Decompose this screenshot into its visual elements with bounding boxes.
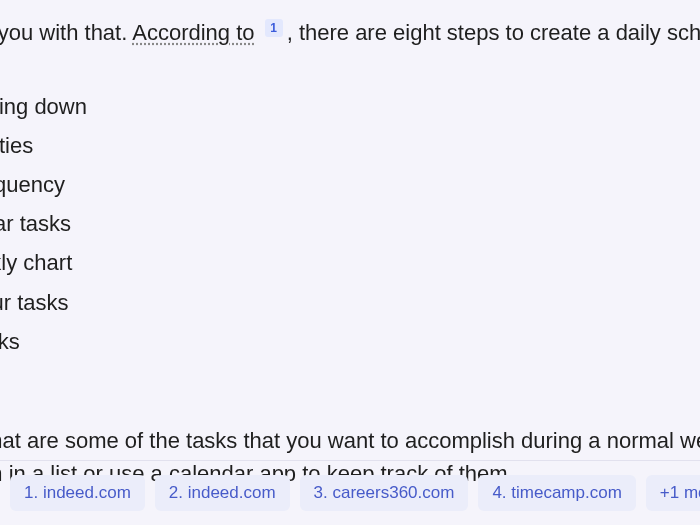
- intro-text: help you with that. According to 1, ther…: [0, 18, 700, 49]
- source-link-phrase[interactable]: According to: [132, 20, 254, 45]
- response-body: help you with that. According to 1, ther…: [0, 0, 700, 490]
- citation-badge[interactable]: 1: [265, 19, 283, 37]
- list-item: erything down: [0, 87, 700, 126]
- list-item: weekly chart: [0, 243, 700, 282]
- steps-list: erything down priorities e frequency sim…: [0, 87, 700, 400]
- source-chip[interactable]: 3. careers360.com: [300, 475, 469, 511]
- intro-prefix: help you with that.: [0, 20, 132, 45]
- sources-bar: 1. indeed.com 2. indeed.com 3. careers36…: [0, 460, 700, 511]
- source-chip[interactable]: 4. timecamp.com: [478, 475, 635, 511]
- source-chip-more[interactable]: +1 more: [646, 475, 700, 511]
- source-chip[interactable]: 2. indeed.com: [155, 475, 290, 511]
- list-item: e frequency: [0, 165, 700, 204]
- list-item: e your tasks: [0, 283, 700, 322]
- list-item: priorities: [0, 126, 700, 165]
- list-item: xible: [0, 361, 700, 400]
- list-item: similar tasks: [0, 204, 700, 243]
- intro-suffix: , there are eight steps to create a dail…: [287, 20, 700, 45]
- followup-text-line1: h, what are some of the tasks that you w…: [0, 424, 700, 457]
- list-item: e tasks: [0, 322, 700, 361]
- source-chip[interactable]: 1. indeed.com: [10, 475, 145, 511]
